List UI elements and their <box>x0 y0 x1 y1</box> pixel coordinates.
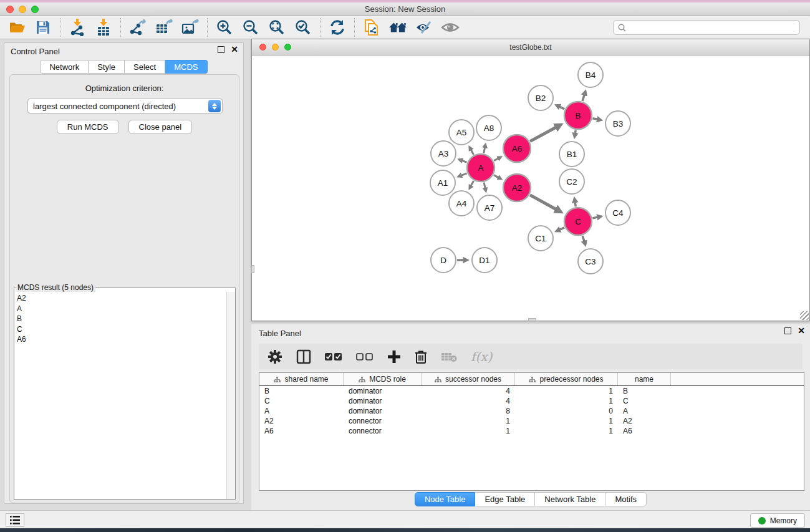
edge-A-A8[interactable] <box>484 147 485 153</box>
edge-A-A2[interactable] <box>494 175 498 178</box>
deselect-all-icon[interactable] <box>356 347 374 366</box>
network-window-titlebar[interactable]: testGlobe.txt <box>252 39 809 56</box>
close-panel-icon[interactable]: ✕ <box>798 327 805 334</box>
run-mcds-button[interactable]: Run MCDS <box>57 120 119 134</box>
table-cell: C <box>259 397 344 405</box>
node-label-C2: C2 <box>566 177 577 186</box>
table-cell: 1 <box>515 417 618 425</box>
tab-network-table[interactable]: Network Table <box>535 492 605 506</box>
edge-A6-B[interactable] <box>530 127 556 142</box>
node-label-C: C <box>575 217 581 226</box>
column-header-predecessor-nodes[interactable]: predecessor nodes <box>515 373 618 385</box>
column-layout-icon[interactable] <box>296 347 311 366</box>
column-header-successor-nodes[interactable]: successor nodes <box>422 373 515 385</box>
settings-gear-icon[interactable] <box>268 347 282 366</box>
import-table-icon[interactable] <box>94 18 113 37</box>
export-image-icon[interactable] <box>181 18 200 37</box>
tab-network[interactable]: Network <box>40 60 89 74</box>
network-view-window: testGlobe.txt B4B2BB3A5A8A6B1A3AC2A1A2A4… <box>251 39 810 321</box>
edge-C-C3[interactable] <box>582 236 584 241</box>
result-item: A6 <box>17 334 226 345</box>
table-panel-title: Table Panel <box>259 329 301 338</box>
delete-column-icon[interactable] <box>415 347 427 366</box>
table-body: Bdominator41BCdominator41CAdominator80AA… <box>259 386 804 436</box>
close-panel-button[interactable]: Close panel <box>128 120 193 134</box>
float-panel-icon[interactable] <box>784 327 791 334</box>
search-icon <box>618 24 626 32</box>
table-cell: 1 <box>515 427 618 435</box>
edge-A-A5[interactable] <box>471 150 473 155</box>
table-cell: 0 <box>515 407 618 415</box>
mcds-result-list[interactable]: A2ABCA6 <box>14 292 226 499</box>
table-row[interactable]: A6connector11A6 <box>259 426 804 436</box>
float-panel-icon[interactable] <box>218 46 224 53</box>
column-header-shared-name[interactable]: shared name <box>259 373 344 385</box>
tab-style[interactable]: Style <box>89 60 125 74</box>
node-label-A: A <box>478 163 483 173</box>
edge-C-C4[interactable] <box>592 217 597 218</box>
duplicate-network-icon[interactable] <box>362 18 381 37</box>
table-row[interactable]: Cdominator41C <box>259 396 804 406</box>
search-input[interactable] <box>629 23 795 32</box>
result-item: A <box>17 304 226 314</box>
close-panel-icon[interactable]: ✕ <box>231 46 238 53</box>
node-table[interactable]: shared nameMCDS rolesuccessor nodesprede… <box>259 372 804 491</box>
export-table-icon[interactable] <box>155 18 173 37</box>
tab-mcds[interactable]: MCDS <box>165 60 207 74</box>
table-row[interactable]: A2connector11A2 <box>259 416 804 426</box>
table-row[interactable]: Bdominator41B <box>259 386 804 396</box>
select-all-icon[interactable] <box>325 347 342 366</box>
search-box[interactable] <box>613 20 800 35</box>
edge-A-A7[interactable] <box>484 182 485 188</box>
edge-B-B3[interactable] <box>593 118 598 120</box>
delete-table-icon <box>441 347 457 366</box>
window-resize-grip-bottom[interactable] <box>528 318 536 321</box>
memory-button[interactable]: Memory <box>750 513 805 528</box>
home-icon[interactable] <box>388 18 407 37</box>
edge-A-A3[interactable] <box>462 160 467 162</box>
edge-C-C1[interactable] <box>560 228 565 230</box>
column-header-MCDS-role[interactable]: MCDS role <box>344 373 422 385</box>
tab-select[interactable]: Select <box>125 60 165 74</box>
criterion-select[interactable]: largest connected component (directed) <box>27 99 223 114</box>
task-history-button[interactable] <box>6 513 24 527</box>
table-row[interactable]: Adominator80A <box>259 406 804 416</box>
open-file-icon[interactable] <box>7 18 26 37</box>
network-canvas[interactable]: B4B2BB3A5A8A6B1A3AC2A1A2A4A7C4CC1DD1C3 <box>252 56 809 321</box>
window-resize-grip-corner[interactable] <box>800 311 809 320</box>
edge-B-B4[interactable] <box>582 95 584 101</box>
tab-motifs[interactable]: Motifs <box>605 492 647 506</box>
edge-C-C2[interactable] <box>575 202 576 206</box>
node-label-C1: C1 <box>535 234 546 243</box>
zoom-fit-icon[interactable] <box>268 18 286 37</box>
add-column-icon[interactable] <box>387 347 401 366</box>
node-label-A4: A4 <box>456 199 467 208</box>
hide-selected-icon[interactable] <box>415 18 433 37</box>
save-session-icon[interactable] <box>34 18 52 37</box>
edge-A-A6[interactable] <box>494 158 498 161</box>
edge-B-B1[interactable] <box>575 130 576 133</box>
edge-A-A4[interactable] <box>471 181 473 186</box>
table-cell: 1 <box>515 387 618 395</box>
edge-B-B2[interactable] <box>559 107 564 109</box>
import-network-icon[interactable] <box>68 18 87 37</box>
show-all-icon[interactable] <box>441 18 460 37</box>
zoom-out-icon[interactable] <box>241 18 260 37</box>
table-cell: A2 <box>259 417 344 425</box>
refresh-icon[interactable] <box>328 18 347 37</box>
table-cell: 4 <box>422 387 515 395</box>
edge-A-A1[interactable] <box>461 173 467 175</box>
result-scrollbar[interactable] <box>226 292 235 499</box>
tab-edge-table[interactable]: Edge Table <box>475 492 535 506</box>
zoom-selected-icon[interactable] <box>294 18 312 37</box>
export-network-icon[interactable] <box>128 18 147 37</box>
network-graph[interactable]: B4B2BB3A5A8A6B1A3AC2A1A2A4A7C4CC1DD1C3 <box>252 56 809 321</box>
status-bar: Memory <box>0 510 810 528</box>
tab-node-table[interactable]: Node Table <box>415 492 476 506</box>
node-label-D: D <box>440 256 446 265</box>
column-header-name[interactable]: name <box>618 373 671 385</box>
zoom-in-icon[interactable] <box>215 18 234 37</box>
window-resize-grip-left[interactable] <box>251 265 254 273</box>
column-header-label: successor nodes <box>445 375 501 384</box>
edge-A2-C[interactable] <box>530 195 556 210</box>
